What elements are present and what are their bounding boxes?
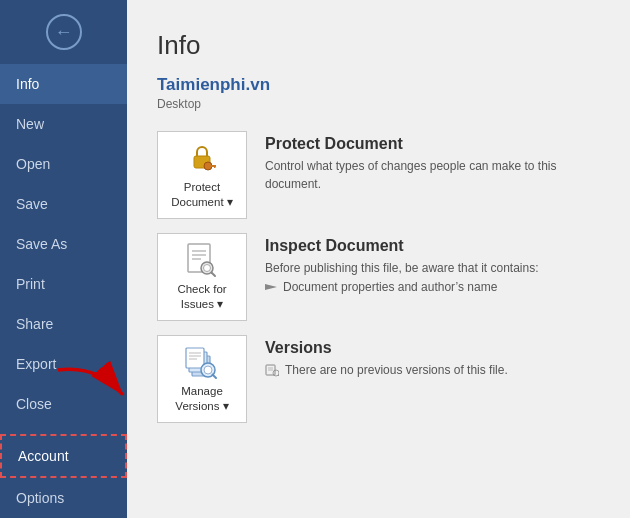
versions-info-text: Versions There are no previous versions …	[265, 335, 508, 377]
sidebar: ← Info New Open Save Save As Print Share…	[0, 0, 127, 518]
sidebar-item-new[interactable]: New	[0, 104, 127, 144]
manage-versions-label: ManageVersions ▾	[175, 384, 228, 414]
sidebar-item-save-as[interactable]: Save As	[0, 224, 127, 264]
svg-rect-3	[214, 165, 216, 168]
sidebar-item-close[interactable]: Close	[0, 384, 127, 424]
svg-point-18	[204, 366, 212, 374]
versions-bullet-icon	[265, 363, 279, 377]
protect-document-button[interactable]: ProtectDocument ▾	[157, 131, 247, 219]
sidebar-item-account[interactable]: Account	[0, 434, 127, 478]
check-issues-label: Check forIssues ▾	[177, 282, 226, 312]
sidebar-item-info[interactable]: Info	[0, 64, 127, 104]
versions-bullet: There are no previous versions of this f…	[265, 363, 508, 377]
protect-description: Control what types of changes people can…	[265, 157, 600, 193]
inspect-section: Check forIssues ▾ Inspect Document Befor…	[157, 233, 600, 321]
page-title: Info	[157, 30, 600, 61]
check-issues-button[interactable]: Check forIssues ▾	[157, 233, 247, 321]
doc-location: Desktop	[157, 97, 600, 111]
versions-icon	[184, 344, 220, 380]
sidebar-item-share[interactable]: Share	[0, 304, 127, 344]
svg-point-9	[204, 264, 211, 271]
sidebar-item-export[interactable]: Export	[0, 344, 127, 384]
sidebar-item-options[interactable]: Options	[0, 478, 127, 518]
versions-heading: Versions	[265, 339, 508, 357]
inspect-icon	[186, 242, 218, 278]
svg-line-19	[213, 374, 217, 378]
protect-section: ProtectDocument ▾ Protect Document Contr…	[157, 131, 600, 219]
back-button[interactable]: ←	[0, 0, 127, 64]
svg-rect-13	[186, 348, 204, 368]
sidebar-item-print[interactable]: Print	[0, 264, 127, 304]
bullet-icon	[265, 281, 277, 293]
manage-versions-button[interactable]: ManageVersions ▾	[157, 335, 247, 423]
sidebar-item-open[interactable]: Open	[0, 144, 127, 184]
inspect-heading: Inspect Document	[265, 237, 539, 255]
protect-info-text: Protect Document Control what types of c…	[265, 131, 600, 193]
sidebar-item-save[interactable]: Save	[0, 184, 127, 224]
versions-section: ManageVersions ▾ Versions There are no p…	[157, 335, 600, 423]
main-content: Info Taimienphi.vn Desktop ProtectD	[127, 0, 630, 518]
inspect-description: Before publishing this file, be aware th…	[265, 259, 539, 277]
lock-icon	[184, 140, 220, 176]
inspect-bullet: Document properties and author’s name	[265, 280, 539, 294]
back-icon: ←	[46, 14, 82, 50]
svg-point-1	[204, 162, 212, 170]
svg-line-24	[278, 375, 279, 376]
doc-name: Taimienphi.vn	[157, 75, 600, 95]
svg-line-10	[212, 272, 216, 276]
protect-heading: Protect Document	[265, 135, 600, 153]
protect-button-label: ProtectDocument ▾	[171, 180, 233, 210]
inspect-info-text: Inspect Document Before publishing this …	[265, 233, 539, 294]
